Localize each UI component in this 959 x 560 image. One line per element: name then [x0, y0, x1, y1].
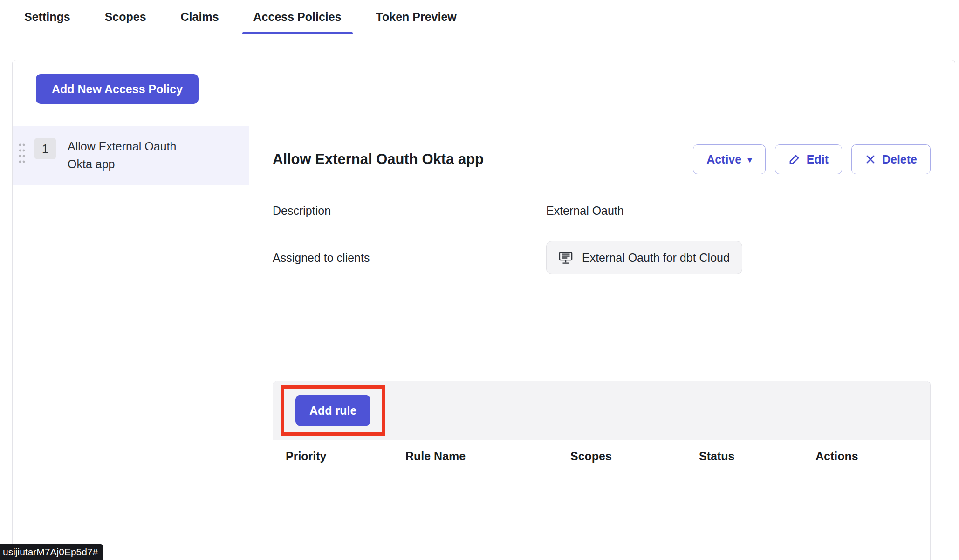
section-divider [273, 334, 931, 334]
policy-detail: Allow External Oauth Okta app Active ▾ E… [249, 118, 955, 560]
column-header-scopes: Scopes [570, 450, 699, 463]
tab-scopes[interactable]: Scopes [94, 0, 158, 34]
add-new-access-policy-button[interactable]: Add New Access Policy [36, 74, 199, 104]
link-url-status-bar: usijiutarM7Aj0Ep5d7# [0, 544, 103, 560]
column-header-priority: Priority [286, 450, 405, 463]
close-icon [865, 154, 876, 165]
tab-access-policies[interactable]: Access Policies [242, 0, 353, 34]
policy-priority-badge: 1 [34, 138, 56, 159]
computer-icon [559, 251, 575, 265]
rules-table-header: Priority Rule Name Scopes Status Actions [273, 440, 930, 473]
annotation-highlight-rect: Add rule [281, 385, 385, 436]
status-dropdown-label: Active [706, 153, 741, 166]
status-url-text: usijiutarM7Aj0Ep5d7# [3, 546, 98, 558]
policy-list-item[interactable]: 1 Allow External Oauth Okta app [13, 126, 249, 185]
access-policies-panel: Add New Access Policy 1 Allow Ext [12, 60, 955, 560]
tab-token-preview[interactable]: Token Preview [365, 0, 468, 34]
policy-item-name: Allow External Oauth Okta app [68, 138, 203, 173]
rules-toolbar: Add rule [273, 381, 930, 440]
tab-claims[interactable]: Claims [170, 0, 230, 34]
chevron-down-icon: ▾ [747, 155, 752, 164]
assigned-client-name: External Oauth for dbt Cloud [582, 251, 730, 265]
panel-header: Add New Access Policy [13, 60, 955, 118]
description-label: Description [273, 204, 546, 218]
assigned-clients-row: Assigned to clients External Oauth for d… [273, 241, 931, 274]
drag-handle-icon[interactable] [18, 143, 26, 166]
edit-button-label: Edit [807, 153, 829, 166]
description-value: External Oauth [546, 204, 624, 218]
policy-list: 1 Allow External Oauth Okta app [13, 118, 249, 560]
add-rule-button[interactable]: Add rule [295, 395, 370, 426]
drag-dots [18, 143, 26, 164]
tab-bar: Settings Scopes Claims Access Policies T… [0, 0, 959, 34]
description-row: Description External Oauth [273, 204, 931, 218]
assigned-client-chip: External Oauth for dbt Cloud [546, 241, 742, 274]
tab-settings[interactable]: Settings [13, 0, 82, 34]
assigned-clients-label: Assigned to clients [273, 251, 546, 265]
detail-header: Allow External Oauth Okta app Active ▾ E… [273, 144, 931, 174]
column-header-actions: Actions [815, 450, 930, 463]
edit-button[interactable]: Edit [775, 144, 842, 174]
column-header-status: Status [699, 450, 815, 463]
policy-action-buttons: Active ▾ Edit Delete [693, 144, 931, 174]
rules-table: Add rule Priority Rule Name Scopes Statu… [273, 381, 931, 560]
panel-body: 1 Allow External Oauth Okta app Allow Ex… [13, 118, 955, 560]
column-header-rule-name: Rule Name [405, 450, 570, 463]
pencil-icon [788, 153, 801, 165]
delete-button[interactable]: Delete [851, 144, 931, 174]
policy-title: Allow External Oauth Okta app [273, 151, 484, 168]
rules-table-body-empty [273, 473, 930, 560]
status-dropdown-button[interactable]: Active ▾ [693, 144, 766, 174]
delete-button-label: Delete [882, 153, 917, 166]
